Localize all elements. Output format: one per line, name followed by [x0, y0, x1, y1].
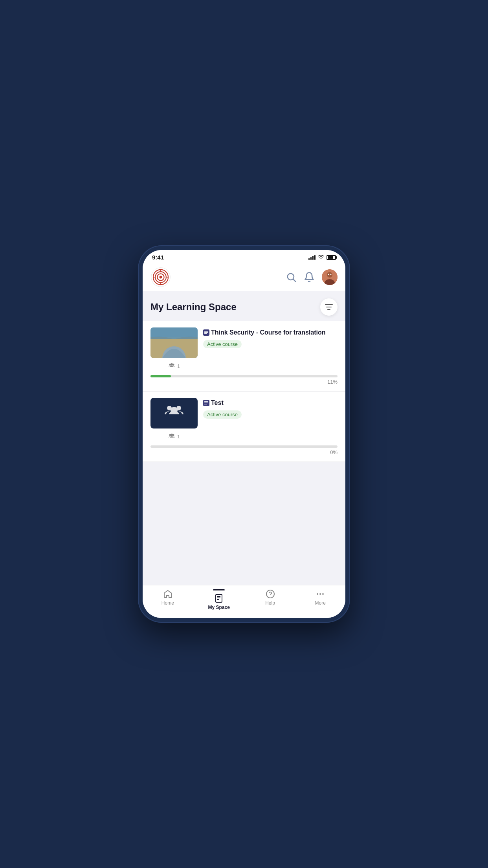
nav-active-indicator [213, 589, 225, 590]
svg-rect-26 [204, 333, 207, 334]
nav-item-myspace[interactable]: My Space [204, 589, 233, 610]
header-actions [286, 269, 338, 285]
course-item-top: 1 Think Security - Course for tran [150, 327, 338, 370]
nav-item-more[interactable]: More [306, 589, 334, 606]
participants-count-1: 1 [177, 363, 180, 369]
course-list: 1 Think Security - Course for tran [143, 321, 345, 462]
course-item-2[interactable]: 1 Test [143, 392, 345, 462]
svg-line-10 [293, 279, 295, 281]
progress-percent-1: 11% [150, 379, 338, 385]
svg-point-12 [327, 272, 332, 278]
page-content: My Learning Space [143, 291, 345, 585]
course-badge-2: Active course [203, 410, 242, 419]
nav-item-help[interactable]: Help [257, 589, 284, 606]
home-icon [163, 589, 172, 599]
participants-icon-1 [168, 363, 175, 370]
course-info-2: Test Active course [203, 398, 338, 419]
signal-icon [308, 255, 316, 260]
course-title-2: Test [203, 399, 338, 407]
filter-button[interactable] [320, 298, 338, 316]
svg-rect-30 [204, 403, 208, 403]
phone-screen: 9:41 [143, 250, 345, 618]
progress-row-2: 0% [150, 445, 338, 455]
course-title-1: Think Security - Course for translation [203, 328, 338, 337]
page-title: My Learning Space [150, 302, 237, 313]
nav-label-myspace: My Space [208, 605, 229, 610]
participants-count-2: 1 [177, 434, 180, 440]
user-avatar[interactable] [322, 269, 338, 285]
progress-percent-2: 0% [150, 449, 338, 455]
course-info-1: Think Security - Course for translation … [203, 327, 338, 348]
bottom-nav: Home My Space Help [143, 585, 345, 618]
nav-label-home: Home [161, 600, 174, 606]
phone-frame: 9:41 [138, 245, 350, 623]
svg-point-42 [322, 593, 324, 595]
svg-point-4 [160, 276, 162, 279]
app-header [143, 263, 345, 291]
svg-point-40 [317, 593, 318, 595]
svg-rect-25 [204, 332, 208, 333]
battery-icon [327, 255, 336, 260]
status-icons [308, 254, 336, 260]
course-badge-1: Active course [203, 340, 242, 348]
course-item[interactable]: 1 Think Security - Course for tran [143, 321, 345, 392]
nav-item-home[interactable]: Home [154, 589, 182, 606]
app-logo[interactable] [150, 267, 171, 287]
progress-bar-2 [150, 445, 338, 448]
page-header: My Learning Space [143, 291, 345, 321]
status-time: 9:41 [152, 254, 164, 261]
empty-content-area [143, 462, 345, 585]
svg-point-41 [319, 593, 321, 595]
progress-row-1: 11% [150, 375, 338, 385]
search-button[interactable] [286, 272, 297, 283]
svg-point-15 [330, 274, 332, 275]
course-thumbnail-1 [150, 327, 198, 358]
course-item-top-2: 1 Test [150, 398, 338, 440]
participants-icon-2 [168, 433, 175, 440]
nav-label-more: More [315, 600, 325, 606]
participants-row-1: 1 [168, 363, 180, 370]
nav-label-help: Help [265, 600, 275, 606]
svg-rect-29 [204, 401, 208, 402]
participants-row-2: 1 [168, 433, 180, 440]
help-icon [266, 589, 275, 599]
notifications-button[interactable] [304, 272, 315, 283]
myspace-icon [214, 594, 224, 603]
svg-rect-31 [204, 404, 207, 405]
progress-bar-1 [150, 375, 338, 377]
svg-point-14 [328, 274, 329, 275]
wifi-icon [318, 254, 324, 260]
more-icon [316, 589, 325, 599]
svg-rect-24 [204, 331, 208, 332]
course-thumbnail-2 [150, 398, 198, 428]
status-bar: 9:41 [143, 250, 345, 263]
